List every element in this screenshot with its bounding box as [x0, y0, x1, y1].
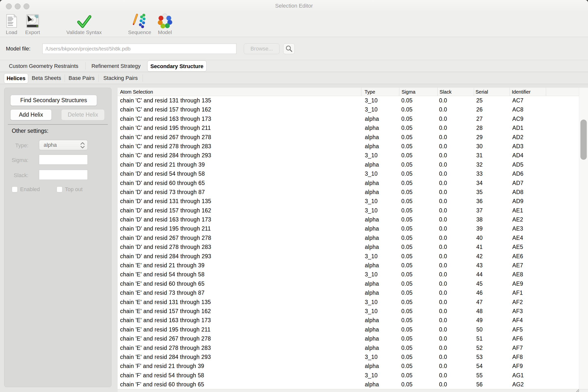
table-row[interactable]: chain 'C' and resid 267 through 278 alph… [118, 133, 579, 142]
table-row[interactable]: chain 'C' and resid 195 through 211 alph… [118, 124, 579, 132]
table-row[interactable]: chain 'E' and resid 21 through 39 alpha … [118, 261, 579, 270]
validate-syntax-button[interactable]: Validate Syntax [64, 13, 104, 35]
subtab-base-pairs[interactable]: Base Pairs [66, 72, 98, 84]
cell-identifier: AE3 [510, 224, 546, 233]
table-body: chain 'C' and resid 131 through 135 3_10… [118, 96, 579, 389]
resize-grip-icon[interactable] [575, 389, 579, 392]
cell-atom-selection: chain 'D' and resid 195 through 211 [118, 224, 362, 233]
export-button[interactable]: Export [22, 13, 43, 35]
vertical-scrollbar-thumb[interactable] [580, 120, 587, 160]
load-button[interactable]: Load [2, 13, 22, 35]
sequence-button[interactable]: Sequence [124, 13, 156, 35]
table-row[interactable]: chain 'D' and resid 157 through 162 3_10… [118, 206, 579, 215]
cell-slack: 0.0 [438, 316, 474, 325]
table-row[interactable]: chain 'C' and resid 131 through 135 3_10… [118, 96, 579, 105]
cell-type: alpha [362, 142, 399, 151]
table-row[interactable]: chain 'E' and resid 278 through 283 alph… [118, 344, 579, 352]
add-helix-button[interactable]: Add Helix [10, 109, 52, 120]
table-row[interactable]: chain 'E' and resid 195 through 211 alph… [118, 325, 579, 334]
table-row[interactable]: chain 'D' and resid 284 through 293 3_10… [118, 252, 579, 261]
table-row[interactable]: chain 'E' and resid 73 through 87 alpha … [118, 288, 579, 298]
table-row[interactable]: chain 'C' and resid 284 through 293 3_10… [118, 151, 579, 160]
column-header-atom-selection[interactable]: Atom Selection [118, 88, 362, 96]
browse-button[interactable]: Browse... [244, 43, 280, 54]
cell-atom-selection: chain 'F' and resid 54 through 58 [118, 371, 362, 380]
table-row[interactable]: chain 'D' and resid 54 through 58 3_10 0… [118, 169, 579, 178]
model-file-label: Model file: [6, 37, 30, 60]
table-row[interactable]: chain 'F' and resid 21 through 39 alpha … [118, 362, 579, 371]
column-header-identifier[interactable]: Identifier [510, 88, 546, 96]
enabled-checkbox[interactable] [12, 186, 18, 192]
table-row[interactable]: chain 'D' and resid 131 through 135 3_10… [118, 197, 579, 206]
delete-helix-button[interactable]: Delete Helix [61, 109, 104, 120]
cell-type: alpha [362, 178, 399, 188]
table-row[interactable]: chain 'E' and resid 163 through 173 alph… [118, 316, 579, 325]
column-header-serial[interactable]: Serial [474, 88, 510, 96]
cell-serial: 54 [474, 362, 510, 371]
horizontal-scrollbar-area[interactable] [118, 389, 588, 392]
table-row[interactable]: chain 'E' and resid 157 through 162 3_10… [118, 307, 579, 316]
tab-custom-geometry-restraints[interactable]: Custom Geometry Restraints [2, 60, 85, 72]
cell-type: alpha [362, 242, 399, 252]
cell-serial: 37 [474, 206, 510, 215]
cell-type: alpha [362, 344, 399, 352]
slack-field[interactable] [39, 170, 88, 180]
cell-sigma: 0.05 [399, 151, 438, 160]
type-dropdown[interactable]: alpha [39, 140, 88, 150]
cell-serial: 31 [474, 151, 510, 160]
tab-secondary-structure[interactable]: Secondary Structure [147, 60, 206, 72]
cell-atom-selection: chain 'F' and resid 21 through 39 [118, 362, 362, 371]
subtab-divider [98, 74, 99, 82]
table-row[interactable]: chain 'E' and resid 284 through 293 3_10… [118, 352, 579, 362]
table-row[interactable]: chain 'D' and resid 195 through 211 alph… [118, 224, 579, 233]
table-row[interactable]: chain 'D' and resid 60 through 65 alpha … [118, 178, 579, 188]
cell-type: 3_10 [362, 151, 399, 160]
subtab-helices[interactable]: Helices [4, 73, 28, 84]
table-row[interactable]: chain 'C' and resid 157 through 162 3_10… [118, 105, 579, 114]
subtab-beta-sheets[interactable]: Beta Sheets [29, 72, 64, 84]
table-row[interactable]: chain 'D' and resid 278 through 283 alph… [118, 242, 579, 252]
cell-sigma: 0.05 [399, 371, 438, 380]
table-row[interactable]: chain 'D' and resid 21 through 39 alpha … [118, 160, 579, 169]
model-file-input[interactable] [42, 44, 236, 54]
cell-identifier: AD8 [510, 188, 546, 197]
cell-identifier: AD7 [510, 178, 546, 188]
cell-serial: 38 [474, 215, 510, 224]
cell-type: alpha [362, 362, 399, 371]
cell-sigma: 0.05 [399, 105, 438, 114]
table-row[interactable]: chain 'D' and resid 267 through 278 alph… [118, 234, 579, 242]
top-out-checkbox[interactable] [56, 186, 62, 192]
table-row[interactable]: chain 'D' and resid 163 through 173 alph… [118, 215, 579, 224]
find-secondary-structures-button[interactable]: Find Secondary Structures [10, 95, 97, 106]
table-row[interactable]: chain 'F' and resid 54 through 58 3_10 0… [118, 371, 579, 380]
sequence-label: Sequence [124, 30, 156, 35]
table-row[interactable]: chain 'F' and resid 60 through 65 alpha … [118, 380, 579, 389]
model-button[interactable]: Model [154, 13, 176, 35]
table-row[interactable]: chain 'C' and resid 163 through 173 alph… [118, 114, 579, 124]
cell-serial: 55 [474, 371, 510, 380]
cell-sigma: 0.05 [399, 352, 438, 362]
search-button[interactable] [283, 43, 295, 54]
table-row[interactable]: chain 'E' and resid 131 through 135 3_10… [118, 298, 579, 307]
cell-slack: 0.0 [438, 334, 474, 343]
table-row[interactable]: chain 'D' and resid 73 through 87 alpha … [118, 188, 579, 197]
column-header-type[interactable]: Type [362, 88, 399, 96]
table-row[interactable]: chain 'E' and resid 267 through 278 alph… [118, 334, 579, 343]
table-row[interactable]: chain 'E' and resid 60 through 65 alpha … [118, 279, 579, 288]
model-label: Model [154, 30, 176, 35]
cell-sigma: 0.05 [399, 188, 438, 197]
column-header-sigma[interactable]: Sigma [399, 88, 438, 96]
cell-slack: 0.0 [438, 352, 474, 362]
tab-refinement-strategy[interactable]: Refinement Strategy [86, 60, 146, 72]
cell-slack: 0.0 [438, 188, 474, 197]
table-row[interactable]: chain 'C' and resid 278 through 283 alph… [118, 142, 579, 151]
column-header-filler [546, 88, 579, 96]
subtab-stacking-pairs[interactable]: Stacking Pairs [100, 72, 142, 84]
cell-slack: 0.0 [438, 344, 474, 352]
column-header-slack[interactable]: Slack [438, 88, 474, 96]
vertical-scrollbar-track[interactable] [579, 88, 588, 389]
type-dropdown-value: alpha [44, 140, 57, 150]
cell-atom-selection: chain 'F' and resid 60 through 65 [118, 380, 362, 389]
sigma-field[interactable] [39, 154, 88, 165]
table-row[interactable]: chain 'E' and resid 54 through 58 3_10 0… [118, 270, 579, 279]
